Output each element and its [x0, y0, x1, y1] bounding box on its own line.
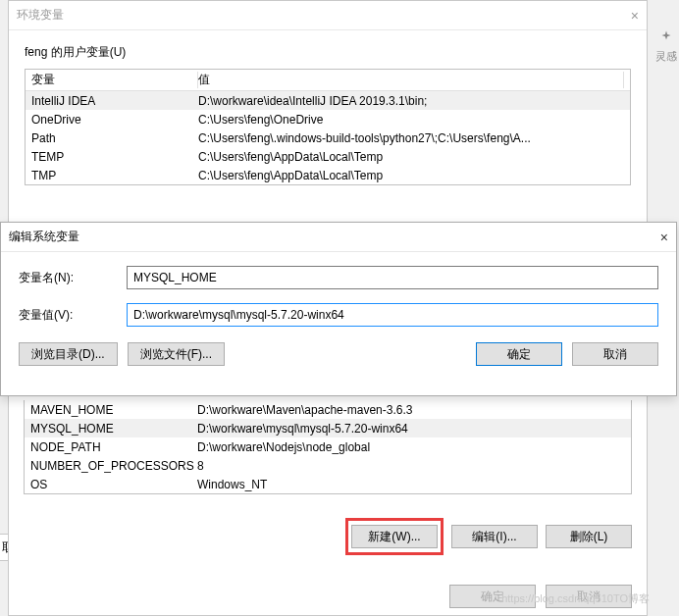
title-bar: 环境变量 × [9, 1, 647, 30]
var-name-field[interactable] [127, 266, 658, 289]
table-row[interactable]: TEMP C:\Users\feng\AppData\Local\Temp [26, 147, 630, 166]
right-panel: 灵感 [653, 29, 679, 64]
close-icon[interactable]: × [629, 230, 668, 245]
title-bar: 编辑系统变量 × [1, 223, 676, 252]
window-title: 编辑系统变量 [9, 229, 629, 245]
table-row[interactable]: OS Windows_NT [25, 475, 631, 493]
user-vars-group: feng 的用户变量(U) 变量 值 IntelliJ IDEA D:\work… [25, 44, 631, 185]
env-window-footer: 确定 取消 [24, 585, 632, 608]
browse-file-button[interactable]: 浏览文件(F)... [128, 342, 225, 366]
highlight-annotation: 新建(W)... [345, 518, 444, 555]
right-panel-label: 灵感 [655, 50, 677, 62]
table-row[interactable]: Path C:\Users\feng\.windows-build-tools\… [26, 128, 630, 147]
window-title: 环境变量 [17, 7, 600, 24]
browse-dir-button[interactable]: 浏览目录(D)... [19, 342, 118, 366]
sys-vars-table[interactable]: MAVEN_HOME D:\workware\Maven\apache-mave… [24, 400, 632, 494]
col-header-value: 值 [198, 72, 624, 88]
edit-dialog-buttons: 浏览目录(D)... 浏览文件(F)... 确定 取消 [19, 342, 658, 366]
table-header: 变量 值 [26, 70, 630, 91]
env-cancel-button[interactable]: 取消 [546, 585, 632, 608]
ok-button[interactable]: 确定 [476, 342, 562, 366]
sparkle-icon [657, 29, 675, 47]
delete-sys-var-button[interactable]: 删除(L) [546, 525, 632, 548]
table-row[interactable]: MYSQL_HOME D:\workware\mysql\mysql-5.7.2… [25, 419, 631, 437]
col-header-name: 变量 [31, 72, 198, 88]
var-value-label: 变量值(V): [19, 307, 127, 324]
sys-vars-buttons: 新建(W)... 编辑(I)... 删除(L) [24, 518, 632, 555]
user-vars-label: feng 的用户变量(U) [25, 44, 631, 61]
table-row[interactable]: OneDrive C:\Users\feng\OneDrive [26, 110, 630, 128]
cancel-button[interactable]: 取消 [572, 342, 658, 366]
user-vars-table[interactable]: 变量 值 IntelliJ IDEA D:\workware\idea\Inte… [25, 69, 631, 185]
table-row[interactable]: MAVEN_HOME D:\workware\Maven\apache-mave… [25, 400, 631, 419]
table-row[interactable]: NODE_PATH D:\workware\Nodejs\node_global [25, 437, 631, 456]
env-ok-button[interactable]: 确定 [449, 585, 536, 608]
table-row[interactable]: IntelliJ IDEA D:\workware\idea\IntelliJ … [26, 91, 630, 110]
edit-sys-var-button[interactable]: 编辑(I)... [451, 525, 538, 548]
close-icon[interactable]: × [600, 8, 639, 24]
new-sys-var-button[interactable]: 新建(W)... [351, 525, 438, 548]
var-value-field[interactable] [127, 303, 658, 327]
edit-system-variable-dialog: 编辑系统变量 × 变量名(N): 变量值(V): 浏览目录(D)... 浏览文件… [0, 222, 677, 396]
table-row[interactable]: NUMBER_OF_PROCESSORS 8 [25, 456, 631, 475]
table-row[interactable]: TMP C:\Users\feng\AppData\Local\Temp [26, 166, 630, 184]
var-name-label: 变量名(N): [19, 270, 127, 286]
var-name-row: 变量名(N): [19, 266, 658, 289]
var-value-row: 变量值(V): [19, 303, 658, 327]
